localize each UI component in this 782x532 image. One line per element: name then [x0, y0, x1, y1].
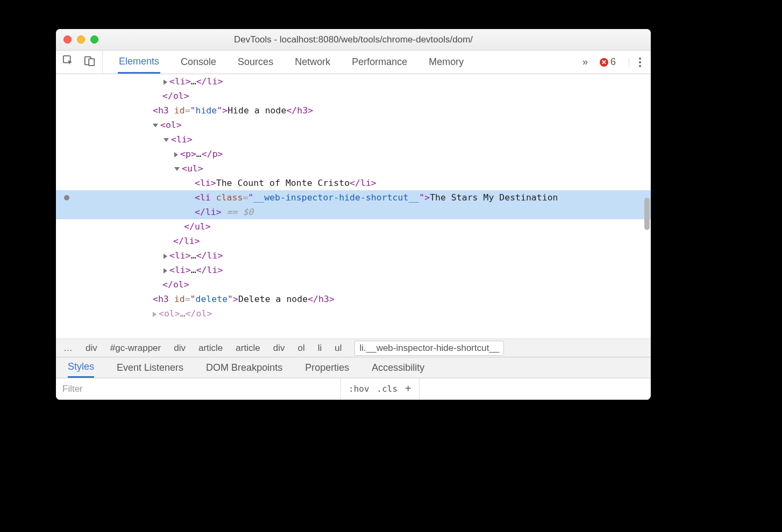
subtab-styles[interactable]: Styles: [68, 357, 94, 378]
traffic-lights: [56, 35, 98, 44]
maximize-icon[interactable]: [90, 35, 98, 44]
dom-node[interactable]: <h3 id="delete">Delete a node</h3>: [56, 292, 651, 306]
breadcrumb-item[interactable]: ol: [297, 343, 304, 354]
settings-icon[interactable]: [629, 57, 642, 67]
hidden-node-indicator-icon: [64, 195, 69, 200]
tab-performance[interactable]: Performance: [351, 51, 408, 74]
dom-node[interactable]: </li>: [56, 234, 651, 248]
styles-filter-bar: :hov .cls +: [56, 378, 651, 400]
hov-toggle[interactable]: :hov: [349, 384, 369, 394]
panel-tabs: Elements Console Sources Network Perform…: [103, 51, 582, 74]
error-badge[interactable]: ✕ 6: [600, 56, 616, 68]
dom-node[interactable]: <ul>: [56, 161, 651, 176]
dom-node[interactable]: <li>…</li>: [56, 74, 651, 89]
error-icon: ✕: [600, 58, 608, 67]
dom-node[interactable]: <ol>: [56, 118, 651, 132]
toolbar-icon-group: [56, 51, 103, 74]
subtab-event-listeners[interactable]: Event Listeners: [117, 357, 183, 378]
breadcrumb-item[interactable]: div: [174, 343, 186, 354]
window-title: DevTools - localhost:8080/web/tools/chro…: [56, 34, 651, 45]
dom-node[interactable]: <li>…</li>: [56, 263, 651, 277]
devtools-window: DevTools - localhost:8080/web/tools/chro…: [56, 29, 651, 400]
main-toolbar: Elements Console Sources Network Perform…: [56, 51, 651, 74]
breadcrumb-item[interactable]: div: [273, 343, 285, 354]
subtab-properties[interactable]: Properties: [305, 357, 349, 378]
cls-toggle[interactable]: .cls: [377, 384, 398, 394]
dom-node[interactable]: <ol>…</ol>: [56, 306, 651, 321]
dom-node[interactable]: <li>: [56, 132, 651, 147]
titlebar: DevTools - localhost:8080/web/tools/chro…: [56, 29, 651, 51]
breadcrumb: … div #gc-wrapper div article article di…: [56, 339, 651, 357]
box-model-preview: [420, 378, 651, 399]
breadcrumb-item[interactable]: li: [318, 343, 322, 354]
breadcrumb-item[interactable]: ul: [335, 343, 342, 354]
inspect-icon[interactable]: [62, 55, 74, 69]
styles-toggles: :hov .cls +: [341, 378, 420, 399]
dom-node-selected[interactable]: <li class="__web-inspector-hide-shortcut…: [56, 190, 651, 205]
overflow-icon[interactable]: »: [582, 56, 587, 68]
device-toggle-icon[interactable]: [84, 55, 96, 69]
subtab-dom-breakpoints[interactable]: DOM Breakpoints: [206, 357, 282, 378]
breadcrumb-item[interactable]: div: [86, 343, 97, 354]
dom-node[interactable]: </ol>: [56, 89, 651, 103]
breadcrumb-item[interactable]: article: [198, 343, 223, 354]
dom-node[interactable]: </ul>: [56, 219, 651, 234]
toolbar-right: » ✕ 6: [582, 56, 651, 68]
breadcrumb-item-selected[interactable]: li.__web-inspector-hide-shortcut__: [354, 341, 504, 356]
styles-subtabs: Styles Event Listeners DOM Breakpoints P…: [56, 357, 651, 378]
filter-input[interactable]: [56, 378, 341, 399]
minimize-icon[interactable]: [77, 35, 85, 44]
tab-memory[interactable]: Memory: [428, 51, 465, 74]
subtab-accessibility[interactable]: Accessibility: [372, 357, 424, 378]
tab-network[interactable]: Network: [294, 51, 331, 74]
dom-node[interactable]: <li>…</li>: [56, 248, 651, 263]
tab-sources[interactable]: Sources: [237, 51, 274, 74]
breadcrumb-item[interactable]: #gc-wrapper: [110, 343, 161, 354]
tab-console[interactable]: Console: [180, 51, 217, 74]
close-icon[interactable]: [63, 35, 72, 44]
dom-node-selected-cont[interactable]: </li> == $0: [56, 205, 651, 219]
dom-tree[interactable]: <li>…</li> </ol> <h3 id="hide">Hide a no…: [56, 74, 651, 339]
dom-node[interactable]: <h3 id="hide">Hide a node</h3>: [56, 103, 651, 118]
breadcrumb-item[interactable]: article: [236, 343, 260, 354]
tab-elements[interactable]: Elements: [118, 51, 160, 74]
breadcrumb-overflow[interactable]: …: [63, 343, 73, 354]
dom-node[interactable]: <p>…</p>: [56, 147, 651, 161]
svg-rect-2: [89, 59, 94, 66]
error-count: 6: [610, 56, 616, 68]
dom-node[interactable]: </ol>: [56, 277, 651, 292]
new-style-rule-icon[interactable]: +: [405, 383, 411, 395]
scrollbar-thumb[interactable]: [644, 198, 650, 230]
dom-node[interactable]: <li>The Count of Monte Cristo</li>: [56, 176, 651, 190]
